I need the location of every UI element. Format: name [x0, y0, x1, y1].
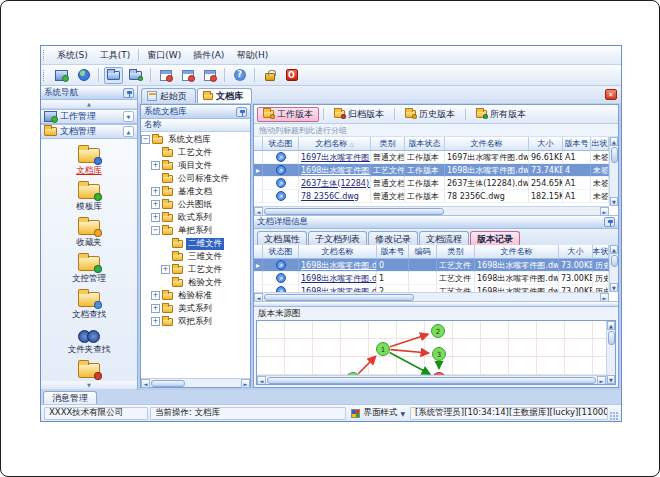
detail-tab-version-records[interactable]: 版本记录	[470, 231, 520, 245]
tree-node[interactable]: 二维文件	[141, 237, 250, 250]
toolbar-web-home-button[interactable]	[74, 67, 93, 84]
sidebar-item-favorites[interactable]: 收藏夹	[46, 218, 132, 253]
toolbar-exit-system-button[interactable]: O	[282, 67, 301, 84]
toolbar-arrange-windows-button[interactable]	[178, 67, 197, 84]
interface-style-dropdown[interactable]: 界面样式 ▼	[348, 407, 408, 419]
sidebar-group-work-management[interactable]: 工作管理▼	[41, 109, 137, 124]
tab-message-management[interactable]: 消息管理	[43, 391, 97, 404]
expand-icon[interactable]: +	[151, 161, 160, 170]
scroll-left-icon[interactable]: ◄	[254, 293, 263, 302]
scroll-thumb[interactable]	[267, 377, 596, 384]
scroll-down-icon[interactable]: ▼	[607, 375, 615, 384]
table-row[interactable]: ↗1697出水嘴零件图.dwg普通文档工作版本1697出水嘴零件图.dwg96.…	[254, 151, 609, 164]
scroll-thumb[interactable]	[264, 208, 444, 215]
tab-document-library[interactable]: 文档库	[197, 88, 252, 103]
menu-item-0[interactable]: 系统(S)	[51, 48, 94, 63]
expand-icon[interactable]: +	[161, 265, 170, 274]
graph-vertical-scrollbar[interactable]: ▲ ▼	[606, 321, 615, 384]
tree-node[interactable]: 工艺文件	[141, 146, 250, 159]
sidebar-collapse-strip[interactable]: ▲	[41, 100, 137, 109]
scroll-down-icon[interactable]: ▼	[610, 197, 618, 206]
pin-icon[interactable]	[123, 88, 134, 98]
toolbar-close-windows-button[interactable]	[200, 67, 219, 84]
tree-node[interactable]: +双把系列	[141, 315, 250, 328]
tree-horizontal-scrollbar[interactable]: ◄ ►	[141, 378, 250, 387]
expand-icon[interactable]: +	[151, 187, 160, 196]
collapse-icon[interactable]: −	[151, 226, 160, 235]
column-header-3[interactable]: 编码	[409, 245, 437, 259]
resize-grip[interactable]	[610, 412, 618, 420]
toolbar-drag-handle[interactable]	[43, 70, 46, 81]
column-header-1[interactable]: 文档名称	[299, 245, 377, 259]
table-row[interactable]: ▸↗1698出水嘴零件图.dwg0工艺文件1698出水嘴零件图.dwg73.00…	[254, 259, 609, 272]
sidebar-item-template-library[interactable]: 模板库	[46, 182, 132, 217]
scroll-up-icon[interactable]: ▲	[607, 321, 615, 330]
scroll-right-icon[interactable]: ►	[600, 293, 609, 302]
chevron-up-icon[interactable]: ▲	[123, 126, 134, 137]
scroll-thumb[interactable]	[151, 380, 185, 387]
document-name-link[interactable]: 1698出水嘴零件图.dwg	[301, 260, 377, 271]
tree-node[interactable]: 公司标准文件	[141, 172, 250, 185]
scroll-left-icon[interactable]: ◄	[257, 376, 266, 385]
tree-node[interactable]: +工艺文件	[141, 263, 250, 276]
document-name-link[interactable]: 1698出水嘴零件图.dwg	[301, 165, 371, 176]
column-header-6[interactable]: 大小	[559, 245, 593, 259]
menu-item-3[interactable]: 插件(A)	[187, 48, 230, 63]
expand-icon[interactable]: +	[151, 304, 160, 313]
graph-horizontal-scrollbar[interactable]: ◄ ►	[257, 375, 606, 384]
grid-horizontal-scrollbar[interactable]: ◄ ►	[254, 206, 609, 215]
toolbar-help-button[interactable]: ?	[230, 67, 249, 84]
document-name-link[interactable]: 2637主体(12284).dwg	[301, 178, 371, 189]
scroll-left-icon[interactable]: ◄	[254, 207, 263, 216]
scroll-down-icon[interactable]: ▼	[610, 283, 618, 292]
document-name-link[interactable]: 1697出水嘴零件图.dwg	[301, 152, 371, 163]
menu-item-4[interactable]: 帮助(H)	[230, 48, 274, 63]
button-archive-version[interactable]: 归档版本	[328, 107, 390, 122]
expand-icon[interactable]: +	[151, 213, 160, 222]
toolbar-open-library-button[interactable]	[104, 67, 123, 84]
column-header-3[interactable]: 版本状态	[405, 137, 445, 151]
tree-node[interactable]: +美式系列	[141, 302, 250, 315]
column-header-4[interactable]: 类别	[437, 245, 475, 259]
grid-horizontal-scrollbar[interactable]: ◄ ►	[254, 292, 609, 301]
detail-tab-doc-properties[interactable]: 文档属性	[257, 231, 307, 245]
scroll-thumb[interactable]	[264, 294, 414, 301]
tree-node[interactable]: +欧式系列	[141, 211, 250, 224]
column-header-5[interactable]: 文件名称	[475, 245, 559, 259]
sidebar-item-folder-search[interactable]: 文件夹查找	[46, 326, 132, 360]
scroll-thumb[interactable]	[608, 331, 615, 345]
sidebar-item-doc-control[interactable]: 文控管理	[46, 254, 132, 289]
button-history-version[interactable]: 历史版本	[399, 107, 461, 122]
column-header-7[interactable]: 签出状态	[591, 137, 609, 151]
toolbar-system-view-button[interactable]	[52, 67, 71, 84]
chevron-down-icon[interactable]: ▼	[123, 111, 134, 122]
scroll-right-icon[interactable]: ►	[600, 207, 609, 216]
expand-icon[interactable]: +	[151, 317, 160, 326]
table-row[interactable]: ↗1698出水嘴零件图.dwg1工艺文件1698出水嘴零件图.dwg73.00K…	[254, 272, 609, 285]
tree-node[interactable]: +基准文档	[141, 185, 250, 198]
column-header-1[interactable]: 文档名称△	[299, 137, 371, 151]
button-all-versions[interactable]: 所有版本	[470, 107, 532, 122]
document-name-link[interactable]: 78 2356C.dwg	[301, 192, 359, 201]
sidebar-item-checked-out-docs[interactable]: 签出的文档	[46, 361, 132, 381]
sidebar-item-doc-search[interactable]: 文档查找	[46, 290, 132, 325]
table-row[interactable]: ↗2637主体(12284).dwg普通文档工作版本2637主体(12284).…	[254, 177, 609, 190]
pin-icon[interactable]	[236, 107, 247, 117]
grid-vertical-scrollbar[interactable]: ▲ ▼	[609, 137, 618, 206]
scroll-right-icon[interactable]: ►	[241, 379, 250, 388]
menu-item-2[interactable]: 窗口(W)	[141, 48, 187, 63]
column-header-2[interactable]: 类别	[371, 137, 405, 151]
expand-icon[interactable]: +	[151, 291, 160, 300]
tree-node[interactable]: +检验标准	[141, 289, 250, 302]
scroll-up-icon[interactable]: ▲	[610, 245, 618, 254]
scroll-thumb[interactable]	[611, 255, 618, 267]
tab-start-page[interactable]: 起始页	[141, 88, 196, 103]
tree-node[interactable]: −系统文档库	[141, 133, 250, 146]
sidebar-group-document-management[interactable]: 文档管理▲	[41, 124, 137, 139]
scroll-left-icon[interactable]: ◄	[141, 379, 150, 388]
sidebar-item-document-library[interactable]: 文档库	[46, 146, 132, 181]
table-row[interactable]: ▸↗1698出水嘴零件图.dwg工艺文件工作版本1698出水嘴零件图.dwg73…	[254, 164, 609, 177]
scroll-up-icon[interactable]: ▲	[610, 137, 618, 146]
column-header-7[interactable]: 版本状态	[593, 245, 609, 259]
toolbar-lock-system-button[interactable]	[260, 67, 279, 84]
